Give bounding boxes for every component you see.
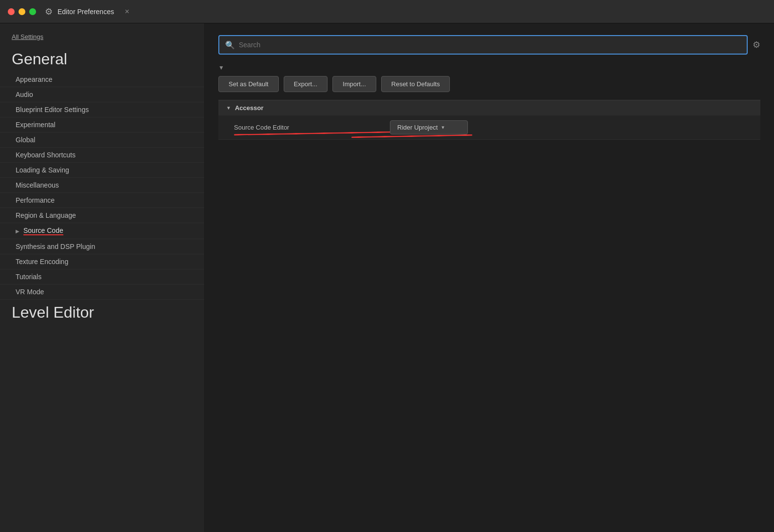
sidebar-item-label: Experimental	[16, 121, 56, 129]
sidebar-item-tutorials[interactable]: Tutorials	[0, 269, 204, 285]
sidebar-item-audio[interactable]: Audio	[0, 87, 204, 102]
sidebar-item-loading-saving[interactable]: Loading & Saving	[0, 163, 204, 178]
sidebar-item-label: Blueprint Editor Settings	[16, 106, 89, 114]
search-input[interactable]	[239, 41, 741, 49]
title-bar: ⚙ Editor Preferences ×	[0, 0, 774, 23]
sidebar-item-performance[interactable]: Performance	[0, 193, 204, 208]
sidebar-item-source-code[interactable]: ▶ Source Code	[0, 223, 204, 239]
sidebar-item-label: Performance	[16, 196, 55, 204]
red-underline-annotation	[234, 131, 409, 135]
expand-arrow-icon: ▶	[16, 228, 19, 234]
sidebar-item-label: Loading & Saving	[16, 166, 69, 174]
content-area: 🔍 ⚙ ▼ Set as Default Export... Import...…	[205, 23, 774, 532]
sidebar-item-label: Synthesis and DSP Plugin	[16, 243, 95, 250]
sidebar-item-label: VR Mode	[16, 288, 44, 296]
dropdown-arrow-icon: ▾	[442, 124, 445, 131]
sidebar: All Settings General Appearance Audio Bl…	[0, 23, 205, 532]
search-bar-row: 🔍 ⚙	[218, 35, 760, 55]
sidebar-item-label: Source Code	[23, 227, 63, 235]
search-bar[interactable]: 🔍	[218, 35, 748, 55]
export-button[interactable]: Export...	[284, 76, 328, 92]
sidebar-section-general: General	[0, 46, 204, 70]
sidebar-item-miscellaneous[interactable]: Miscellaneous	[0, 178, 204, 193]
import-button[interactable]: Import...	[332, 76, 376, 92]
settings-row-value: Rider Uproject ▾	[390, 120, 468, 134]
section-header-accessor[interactable]: ▼ Accessor	[218, 100, 760, 115]
app-icon: ⚙	[45, 6, 53, 17]
main-layout: All Settings General Appearance Audio Bl…	[0, 23, 774, 532]
source-code-editor-label-wrapper: Source Code Editor	[234, 124, 390, 131]
search-icon: 🔍	[225, 40, 235, 50]
settings-row-label: Source Code Editor	[234, 124, 390, 131]
sidebar-item-label: Appearance	[16, 76, 53, 83]
window-close-icon[interactable]: ×	[125, 7, 129, 16]
sidebar-item-label: Region & Language	[16, 211, 76, 219]
dropdown-value: Rider Uproject	[397, 124, 438, 131]
sidebar-item-region-language[interactable]: Region & Language	[0, 208, 204, 223]
sidebar-all-settings[interactable]: All Settings	[0, 31, 204, 46]
minimize-button[interactable]	[19, 8, 25, 15]
sidebar-item-appearance[interactable]: Appearance	[0, 72, 204, 87]
section-header-label: Accessor	[235, 104, 264, 112]
sidebar-item-global[interactable]: Global	[0, 133, 204, 148]
red-underline-dropdown-annotation	[351, 134, 472, 138]
sidebar-item-label: Miscellaneous	[16, 181, 59, 189]
settings-gear-icon[interactable]: ⚙	[753, 39, 760, 50]
sidebar-item-synthesis-dsp[interactable]: Synthesis and DSP Plugin	[0, 239, 204, 254]
traffic-lights	[8, 8, 36, 15]
maximize-button[interactable]	[29, 8, 36, 15]
sidebar-item-label: Tutorials	[16, 273, 41, 281]
sidebar-item-label: Global	[16, 136, 35, 144]
toolbar-row: Set as Default Export... Import... Reset…	[218, 76, 760, 92]
window-title: Editor Preferences	[58, 8, 114, 16]
reset-to-defaults-button[interactable]: Reset to Defaults	[381, 76, 450, 92]
source-code-editor-dropdown[interactable]: Rider Uproject ▾	[390, 120, 468, 134]
sidebar-item-texture-encoding[interactable]: Texture Encoding	[0, 254, 204, 269]
sidebar-item-keyboard-shortcuts[interactable]: Keyboard Shortcuts	[0, 148, 204, 163]
section-collapse-arrow-icon: ▼	[226, 105, 231, 111]
sidebar-item-label: Texture Encoding	[16, 258, 68, 266]
collapse-arrow-icon[interactable]: ▼	[218, 64, 760, 71]
sidebar-item-blueprint-editor-settings[interactable]: Blueprint Editor Settings	[0, 102, 204, 117]
source-code-editor-label: Source Code Editor	[234, 124, 289, 131]
set-default-button[interactable]: Set as Default	[218, 76, 279, 92]
settings-row-source-code-editor: Source Code Editor Rider Uproject ▾	[218, 115, 760, 140]
sidebar-item-vr-mode[interactable]: VR Mode	[0, 285, 204, 300]
sidebar-item-label: Audio	[16, 91, 33, 98]
sidebar-item-experimental[interactable]: Experimental	[0, 117, 204, 133]
sidebar-item-label: Keyboard Shortcuts	[16, 151, 76, 159]
close-button[interactable]	[8, 8, 15, 15]
sidebar-section-level-editor: Level Editor	[0, 300, 204, 323]
